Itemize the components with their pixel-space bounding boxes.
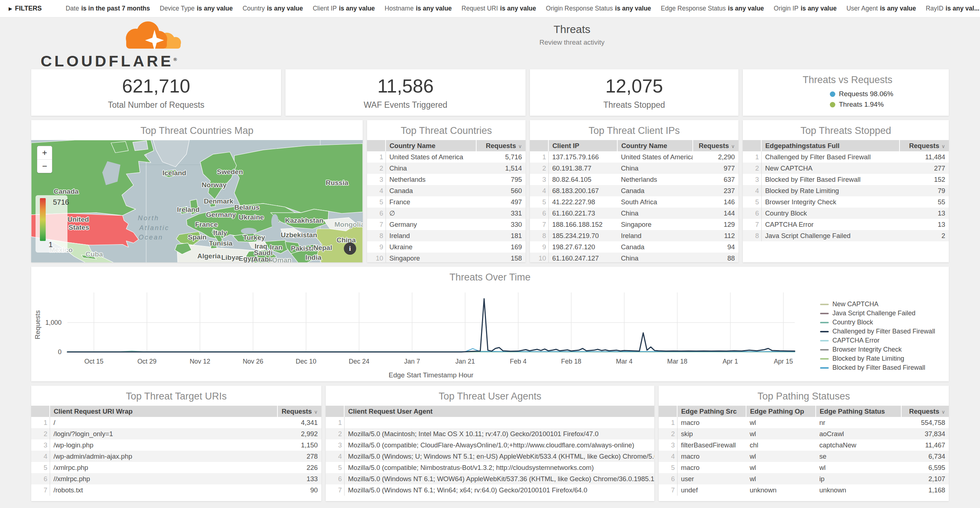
table-row: 8Java Script Challenge Failed2 <box>743 230 949 241</box>
map-label: Algeria <box>197 253 221 260</box>
zoom-in-button[interactable]: + <box>37 146 52 160</box>
legend-line-swatch-icon <box>820 358 829 360</box>
stat-value: 12,075 <box>530 75 738 97</box>
map-label: North <box>138 215 159 222</box>
column-header-requests[interactable]: Requests∨ <box>899 140 949 151</box>
panel-title: Top Threat User Agents <box>326 386 654 402</box>
filter-chip-origin-response-status[interactable]: Origin Response Statusis any value <box>546 5 651 12</box>
row-number: 5 <box>326 462 344 473</box>
cell: 13 <box>899 207 949 219</box>
cell: Mozilla/5.0 (compatible; CloudFlare-Alwa… <box>344 440 654 451</box>
table-row: 1macrowlnr554,758 <box>659 417 949 428</box>
cell: 2,107 <box>901 473 949 484</box>
threat-map-card: Top Threat Countries Map <box>31 120 363 262</box>
world-map[interactable]: CanadaUnitedStatesMexicoCubaNorthAtlanti… <box>31 140 363 262</box>
table-row: 541.222.227.98South Africa146 <box>530 196 738 207</box>
cell: 185.234.219.70 <box>548 230 617 241</box>
table-row: 2skipwlaoCrawl37,834 <box>659 428 949 440</box>
filter-chip-device-type[interactable]: Device Typeis any value <box>160 5 233 12</box>
cloudflare-logo: CLOUDFLARE® <box>41 21 193 67</box>
column-header-requests[interactable]: Requests∨ <box>476 140 525 151</box>
legend-label: Challenged by Filter Based Firewall <box>832 328 935 335</box>
cell: wl <box>746 451 816 462</box>
column-header-edgepathingstatus-full[interactable]: Edgepathingstatus Full <box>761 140 899 151</box>
filter-chip-country[interactable]: Countryis any value <box>243 5 303 12</box>
cell: New CAPTCHA <box>761 162 899 174</box>
chart-row: Threats Over Time 01,000Oct 15Oct 29Nov … <box>31 267 949 381</box>
column-header-country-name[interactable]: Country Name <box>617 140 693 151</box>
cell: 11,484 <box>899 151 949 162</box>
legend-label: Threats 1.94% <box>839 100 884 108</box>
cell: 90 <box>277 484 321 496</box>
table-row: 10Singapore158 <box>367 253 525 262</box>
filter-label: Request URI <box>462 5 498 12</box>
stat-value: 11,586 <box>285 75 525 97</box>
column-header-edge-pathing-op[interactable]: Edge Pathing Op <box>746 406 816 417</box>
cell: 1,168 <box>901 484 949 496</box>
legend-max-value: 5716 <box>53 198 67 207</box>
row-number-header <box>743 140 761 151</box>
legend-label: CAPTCHA Error <box>832 337 880 344</box>
filter-chip-rayid[interactable]: RayIDis any val... <box>926 5 979 12</box>
legend-line-swatch-icon <box>820 340 829 341</box>
stat-card-threats-stopped: 12,075 Threats Stopped <box>530 69 738 116</box>
filter-label: Origin IP <box>774 5 798 12</box>
row-number: 3 <box>326 440 344 451</box>
panel-title: Top Pathing Statuses <box>659 386 949 402</box>
column-header-client-request-uri-wrap[interactable]: Client Request URI Wrap <box>50 406 277 417</box>
legend-line-swatch-icon <box>820 322 829 323</box>
panel-title: Top Threat Target URIs <box>31 386 321 402</box>
table-row: 6userwlip2,107 <box>659 473 949 484</box>
row-number: 6 <box>31 473 50 484</box>
cell: 13 <box>899 219 949 230</box>
map-label: United <box>67 216 89 223</box>
row-number-header <box>326 406 344 417</box>
cell <box>344 417 654 428</box>
filter-value: is any value <box>267 5 303 12</box>
cloudflare-wordmark: CLOUDFLARE® <box>41 52 177 70</box>
cell: China <box>617 162 693 174</box>
row-number: 7 <box>367 219 385 230</box>
row-number: 10 <box>367 253 385 262</box>
cell: 277 <box>899 162 949 174</box>
column-header-requests[interactable]: Requests∨ <box>277 406 321 417</box>
filter-chip-date[interactable]: Dateis in the past 7 months <box>66 5 150 12</box>
cell: Ireland <box>385 230 476 241</box>
table-row: 5/xmlrpc.php226 <box>31 462 321 473</box>
filters-toggle[interactable]: ▶ FILTERS <box>9 5 42 12</box>
cell: /login/?login_only=1 <box>50 428 277 440</box>
column-header-client-request-user-agent[interactable]: Client Request User Agent <box>344 406 654 417</box>
column-header-edge-pathing-status[interactable]: Edge Pathing Status <box>816 406 901 417</box>
cell: 152 <box>899 174 949 185</box>
sort-chevron-icon: ∨ <box>942 409 945 415</box>
column-header-country-name[interactable]: Country Name <box>385 140 476 151</box>
row-number: 5 <box>659 462 677 473</box>
column-header-client-ip[interactable]: Client IP <box>548 140 617 151</box>
cloudflare-cloud-icon <box>112 19 189 52</box>
table-row: 5Mozilla/5.0 (compatible; Nimbostratus-B… <box>326 462 654 473</box>
cell: se <box>816 451 901 462</box>
filter-chip-client-ip[interactable]: Client IPis any value <box>313 5 375 12</box>
map-label: Ireland <box>177 206 199 213</box>
column-header-requests[interactable]: Requests∨ <box>901 406 949 417</box>
map-color-legend: 5716 1 <box>35 195 67 253</box>
cell: 79 <box>899 185 949 196</box>
zoom-out-button[interactable]: − <box>37 160 52 173</box>
map-info-button[interactable]: i <box>344 242 356 255</box>
cell: 112 <box>693 230 738 241</box>
cell: 6,734 <box>901 451 949 462</box>
cell: ∅ <box>385 207 476 219</box>
world-map-svg: CanadaUnitedStatesMexicoCubaNorthAtlanti… <box>31 140 363 262</box>
column-header-requests[interactable]: Requests∨ <box>693 140 738 151</box>
row-number: 1 <box>530 151 548 162</box>
row-number: 2 <box>743 162 761 174</box>
filter-chip-origin-ip[interactable]: Origin IPis any value <box>774 5 836 12</box>
cell: Canada <box>617 241 693 253</box>
column-header-edge-pathing-src[interactable]: Edge Pathing Src <box>677 406 746 417</box>
filter-chip-edge-response-status[interactable]: Edge Response Statusis any value <box>661 5 764 12</box>
filter-chip-hostname[interactable]: Hostnameis any value <box>385 5 452 12</box>
filter-chip-request-uri[interactable]: Request URIis any value <box>462 5 536 12</box>
filter-value: is any value <box>728 5 764 12</box>
filter-chip-user-agent[interactable]: User Agentis any value <box>846 5 916 12</box>
table-row: 3filterBasedFirewallchlcaptchaNew11,467 <box>659 440 949 451</box>
